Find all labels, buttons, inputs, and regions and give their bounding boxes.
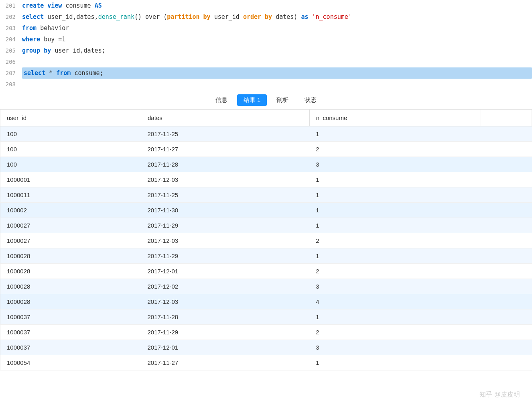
cell-n_consume: 2 bbox=[309, 264, 481, 279]
cell-n_consume: 1 bbox=[309, 126, 481, 142]
code-line-207: 207select * from consume; bbox=[0, 67, 532, 79]
cell-n_consume: 3 bbox=[309, 279, 481, 294]
watermark: 知乎 @皮皮明 bbox=[479, 391, 520, 399]
cell-dates: 2017-11-25 bbox=[141, 126, 309, 142]
cell-user_id: 1000028 bbox=[0, 279, 141, 294]
cell-empty bbox=[481, 264, 532, 279]
line-content: select * from consume; bbox=[22, 67, 532, 79]
cell-user_id: 1000011 bbox=[0, 187, 141, 203]
table-row: 10000282017-12-023 bbox=[0, 279, 532, 294]
line-number: 205 bbox=[0, 45, 22, 56]
table-row: 1002017-11-283 bbox=[0, 157, 532, 172]
line-content: from behavior bbox=[22, 22, 532, 34]
table-row: 10000282017-12-012 bbox=[0, 264, 532, 279]
table-row: 10000272017-11-291 bbox=[0, 218, 532, 233]
cell-empty bbox=[481, 172, 532, 187]
cell-n_consume: 1 bbox=[309, 355, 481, 370]
cell-n_consume: 2 bbox=[309, 233, 481, 248]
cell-empty bbox=[481, 126, 532, 142]
code-line-202: 202select user_id,dates,dense_rank() ove… bbox=[0, 11, 532, 22]
cell-empty bbox=[481, 294, 532, 309]
cell-user_id: 1000054 bbox=[0, 355, 141, 370]
cell-user_id: 1000028 bbox=[0, 294, 141, 309]
tabs-bar: 信息结果 1剖析状态 bbox=[0, 90, 532, 110]
results-area: user_iddatesn_consume 1002017-11-2511002… bbox=[0, 110, 532, 370]
column-header-dates: dates bbox=[141, 110, 309, 126]
line-number: 206 bbox=[0, 56, 22, 67]
cell-n_consume: 1 bbox=[309, 187, 481, 203]
cell-n_consume: 1 bbox=[309, 248, 481, 264]
cell-dates: 2017-12-01 bbox=[141, 264, 309, 279]
line-number: 201 bbox=[0, 0, 22, 11]
cell-empty bbox=[481, 157, 532, 172]
cell-dates: 2017-11-29 bbox=[141, 248, 309, 264]
column-header- bbox=[481, 110, 532, 126]
line-content: select user_id,dates,dense_rank() over (… bbox=[22, 11, 532, 22]
cell-empty bbox=[481, 203, 532, 218]
line-number: 207 bbox=[0, 67, 22, 79]
line-content: create view consume AS bbox=[22, 0, 532, 11]
cell-n_consume: 2 bbox=[309, 142, 481, 157]
cell-dates: 2017-11-27 bbox=[141, 142, 309, 157]
cell-dates: 2017-12-03 bbox=[141, 172, 309, 187]
cell-empty bbox=[481, 187, 532, 203]
table-row: 10000282017-11-291 bbox=[0, 248, 532, 264]
cell-user_id: 1000028 bbox=[0, 264, 141, 279]
cell-dates: 2017-11-29 bbox=[141, 325, 309, 340]
table-row: 10000372017-12-013 bbox=[0, 340, 532, 355]
cell-dates: 2017-12-02 bbox=[141, 279, 309, 294]
tab-结果 1[interactable]: 结果 1 bbox=[237, 94, 267, 106]
line-number: 204 bbox=[0, 34, 22, 45]
cell-n_consume: 1 bbox=[309, 172, 481, 187]
line-content bbox=[22, 79, 532, 90]
cell-dates: 2017-12-03 bbox=[141, 233, 309, 248]
cell-user_id: 1000027 bbox=[0, 233, 141, 248]
cell-dates: 2017-12-03 bbox=[141, 294, 309, 309]
code-line-206: 206 bbox=[0, 56, 532, 67]
code-line-205: 205group by user_id,dates; bbox=[0, 45, 532, 56]
cell-user_id: 100002 bbox=[0, 203, 141, 218]
cell-n_consume: 1 bbox=[309, 218, 481, 233]
results-table: user_iddatesn_consume 1002017-11-2511002… bbox=[0, 110, 532, 370]
cell-empty bbox=[481, 355, 532, 370]
cell-dates: 2017-11-28 bbox=[141, 309, 309, 325]
column-header-user_id: user_id bbox=[0, 110, 141, 126]
table-row: 10000372017-11-281 bbox=[0, 309, 532, 325]
code-line-203: 203from behavior bbox=[0, 22, 532, 34]
cell-dates: 2017-11-28 bbox=[141, 157, 309, 172]
table-row: 1002017-11-272 bbox=[0, 142, 532, 157]
column-header-n_consume: n_consume bbox=[309, 110, 481, 126]
line-content: group by user_id,dates; bbox=[22, 45, 532, 56]
cell-user_id: 1000037 bbox=[0, 325, 141, 340]
code-line-204: 204where buy =1 bbox=[0, 34, 532, 45]
line-number: 208 bbox=[0, 79, 22, 90]
table-row: 10000272017-12-032 bbox=[0, 233, 532, 248]
cell-dates: 2017-11-27 bbox=[141, 355, 309, 370]
cell-empty bbox=[481, 340, 532, 355]
cell-n_consume: 1 bbox=[309, 309, 481, 325]
line-content: where buy =1 bbox=[22, 34, 532, 45]
cell-dates: 2017-11-25 bbox=[141, 187, 309, 203]
code-editor: 201create view consume AS202select user_… bbox=[0, 0, 532, 90]
code-line-201: 201create view consume AS bbox=[0, 0, 532, 11]
cell-user_id: 1000027 bbox=[0, 218, 141, 233]
cell-n_consume: 4 bbox=[309, 294, 481, 309]
cell-empty bbox=[481, 279, 532, 294]
code-line-208: 208 bbox=[0, 79, 532, 90]
tab-信息[interactable]: 信息 bbox=[209, 94, 234, 106]
cell-dates: 2017-11-29 bbox=[141, 218, 309, 233]
cell-user_id: 100 bbox=[0, 157, 141, 172]
cell-n_consume: 2 bbox=[309, 325, 481, 340]
table-row: 10000012017-12-031 bbox=[0, 172, 532, 187]
tab-剖析[interactable]: 剖析 bbox=[270, 94, 295, 106]
cell-user_id: 1000037 bbox=[0, 340, 141, 355]
cell-n_consume: 3 bbox=[309, 157, 481, 172]
line-number: 203 bbox=[0, 22, 22, 34]
cell-user_id: 1000028 bbox=[0, 248, 141, 264]
tab-状态[interactable]: 状态 bbox=[298, 94, 323, 106]
line-number: 202 bbox=[0, 11, 22, 22]
line-content bbox=[22, 56, 532, 67]
cell-empty bbox=[481, 325, 532, 340]
table-row: 10000112017-11-251 bbox=[0, 187, 532, 203]
cell-dates: 2017-11-30 bbox=[141, 203, 309, 218]
